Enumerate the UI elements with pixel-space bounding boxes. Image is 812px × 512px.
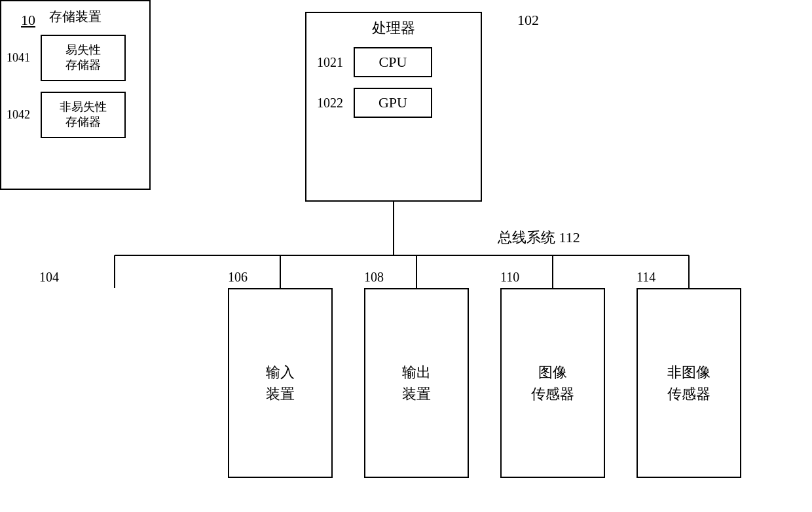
nonimage-num-label: 114	[637, 270, 655, 285]
image-num-label: 110	[500, 270, 519, 285]
volatile-box: 易失性存储器	[41, 35, 126, 81]
input-label: 输入装置	[229, 289, 331, 477]
gpu-box: GPU	[354, 88, 432, 118]
gpu-num-label: 1022	[317, 96, 348, 111]
label-bus: 总线系统 112	[498, 228, 580, 247]
nonvolatile-row: 1042 非易失性存储器	[7, 92, 149, 138]
cpu-box: CPU	[354, 47, 432, 77]
nonimage-sensor-box: 非图像传感器	[637, 288, 741, 478]
storage-num-label: 104	[39, 270, 59, 285]
nonimage-sensor-label: 非图像传感器	[638, 289, 740, 477]
output-label: 输出装置	[365, 289, 468, 477]
nonvolatile-box: 非易失性存储器	[41, 92, 126, 138]
image-sensor-box: 图像传感器	[500, 288, 605, 478]
cpu-num-label: 1021	[317, 55, 348, 70]
gpu-row: 1022 GPU	[317, 88, 481, 118]
processor-title: 处理器	[306, 13, 481, 41]
processor-box: 处理器 1021 CPU 1022 GPU	[305, 12, 482, 202]
volatile-row: 1041 易失性存储器	[7, 35, 149, 81]
nonvolatile-num: 1042	[7, 108, 37, 122]
output-num-label: 108	[364, 270, 384, 285]
output-box: 输出装置	[364, 288, 469, 478]
label-10: 10	[21, 12, 35, 29]
volatile-num: 1041	[7, 51, 37, 65]
label-102: 102	[517, 12, 539, 29]
diagram: 10 102 总线系统 112 处理器 1021 CPU 1022 GPU 10…	[0, 0, 812, 512]
input-box: 输入装置	[228, 288, 333, 478]
cpu-row: 1021 CPU	[317, 47, 481, 77]
image-sensor-label: 图像传感器	[502, 289, 604, 477]
input-num-label: 106	[228, 270, 248, 285]
